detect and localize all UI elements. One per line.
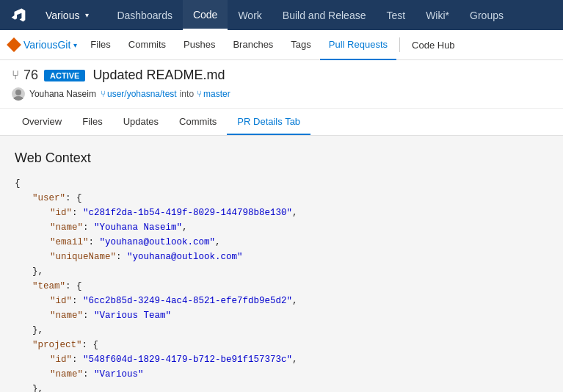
repo-sub-navigation: VariousGit ▾ Files Commits Pushes Branch… bbox=[0, 30, 563, 60]
json-content: { "user": { "id": "c281f2da-1b54-419f-80… bbox=[15, 176, 548, 392]
json-line-5: "email": "youhana@outlook.com", bbox=[50, 235, 548, 250]
pr-author-row: Youhana Naseim ⑂ user/yohasna/test into … bbox=[12, 87, 551, 101]
pr-tab-commits[interactable]: Commits bbox=[169, 109, 227, 135]
app-logo[interactable] bbox=[0, 0, 37, 30]
json-line-2: "user": { bbox=[32, 191, 548, 206]
pr-fork-icon: ⑂ bbox=[12, 68, 19, 83]
json-line-7: }, bbox=[32, 264, 548, 279]
repo-dropdown-icon: ▾ bbox=[73, 41, 77, 49]
pr-tab-updates[interactable]: Updates bbox=[113, 109, 169, 135]
code-hub-link[interactable]: Code Hub bbox=[403, 40, 464, 51]
branch-to-icon: ⑂ bbox=[197, 89, 202, 99]
nav-item-groups[interactable]: Groups bbox=[460, 0, 514, 30]
json-line-4: "name": "Youhana Naseim", bbox=[50, 220, 548, 235]
json-line-11: }, bbox=[32, 323, 548, 338]
nav-item-dashboards[interactable]: Dashboards bbox=[106, 0, 183, 30]
pr-header: ⑂ 76 ACTIVE Updated README.md Youhana Na… bbox=[0, 60, 563, 109]
json-line-9: "id": "6cc2b85d-3249-4ac4-8521-efe7fdb9e… bbox=[50, 294, 548, 308]
svg-point-0 bbox=[15, 90, 21, 95]
pr-title: Updated README.md bbox=[92, 68, 225, 83]
nav-item-build-release[interactable]: Build and Release bbox=[272, 0, 377, 30]
sub-nav-divider bbox=[399, 37, 400, 52]
content-area: Web Context { "user": { "id": "c281f2da-… bbox=[0, 136, 563, 392]
pr-number: 76 bbox=[23, 68, 38, 83]
repo-selector[interactable]: VariousGit ▾ bbox=[9, 39, 77, 51]
nav-item-test[interactable]: Test bbox=[376, 0, 415, 30]
sub-nav-pull-requests[interactable]: Pull Requests bbox=[320, 30, 396, 60]
json-line-8: "team": { bbox=[32, 279, 548, 294]
nav-item-work[interactable]: Work bbox=[228, 0, 272, 30]
sub-nav-tags[interactable]: Tags bbox=[282, 30, 319, 60]
nav-item-wiki[interactable]: Wiki* bbox=[415, 0, 460, 30]
pr-title-row: ⑂ 76 ACTIVE Updated README.md bbox=[12, 68, 551, 83]
json-line-12: "project": { bbox=[32, 338, 548, 352]
json-line-14: "name": "Various" bbox=[50, 367, 548, 382]
sub-nav-commits[interactable]: Commits bbox=[120, 30, 175, 60]
json-line-13: "id": "548f604d-1829-4179-b712-be91f1573… bbox=[50, 352, 548, 367]
branch-to-link[interactable]: master bbox=[203, 89, 230, 99]
json-line-10: "name": "Various Team" bbox=[50, 308, 548, 323]
repo-diamond-icon bbox=[7, 37, 21, 52]
sub-nav-files[interactable]: Files bbox=[81, 30, 119, 60]
nav-item-code[interactable]: Code bbox=[183, 0, 228, 30]
project-name: Various bbox=[46, 10, 79, 21]
pr-tab-files[interactable]: Files bbox=[72, 109, 112, 135]
content-title: Web Context bbox=[15, 150, 548, 166]
pr-tab-details[interactable]: PR Details Tab bbox=[227, 109, 310, 135]
sub-nav-pushes[interactable]: Pushes bbox=[175, 30, 224, 60]
top-nav-items: Dashboards Code Work Build and Release T… bbox=[106, 0, 514, 30]
repo-name-label: VariousGit bbox=[23, 39, 70, 51]
branch-from-icon: ⑂ bbox=[101, 89, 106, 99]
json-line-15: }, bbox=[32, 382, 548, 392]
author-avatar bbox=[12, 87, 25, 101]
json-line-3: "id": "c281f2da-1b54-419f-8029-144798b8e… bbox=[50, 206, 548, 220]
sub-nav-branches[interactable]: Branches bbox=[224, 30, 282, 60]
project-dropdown-icon: ▾ bbox=[85, 11, 89, 19]
sub-nav-items: Files Commits Pushes Branches Tags Pull … bbox=[81, 30, 396, 60]
pr-tabs: Overview Files Updates Commits PR Detail… bbox=[0, 109, 563, 136]
pr-into-label: into bbox=[180, 89, 194, 99]
svg-point-1 bbox=[13, 96, 23, 101]
author-name: Youhana Naseim bbox=[29, 89, 96, 99]
pr-tab-overview[interactable]: Overview bbox=[12, 109, 72, 135]
top-navigation: Various ▾ Dashboards Code Work Build and… bbox=[0, 0, 563, 30]
json-line-6: "uniqueName": "youhana@outlook.com" bbox=[50, 250, 548, 264]
project-selector[interactable]: Various ▾ bbox=[37, 0, 101, 30]
pr-status-badge: ACTIVE bbox=[44, 70, 85, 81]
branch-from-link[interactable]: user/yohasna/test bbox=[107, 89, 177, 99]
json-line-1: { bbox=[15, 176, 548, 191]
